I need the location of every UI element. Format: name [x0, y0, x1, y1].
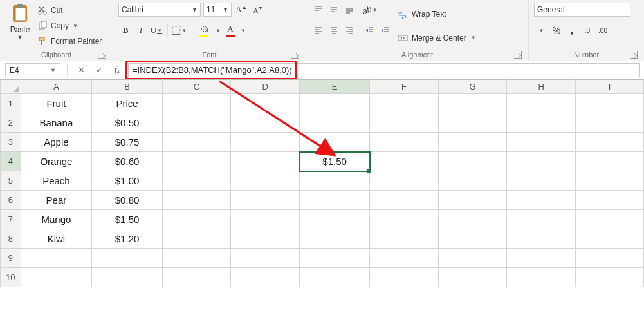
font-size-combo[interactable]: 11 ▼	[203, 3, 232, 17]
accounting-format-button[interactable]: ▼	[534, 23, 548, 37]
accept-formula-button[interactable]: ✓	[92, 63, 106, 77]
comma-button[interactable]: ,	[565, 23, 579, 37]
fill-color-button[interactable]	[194, 23, 214, 37]
row-header[interactable]: 10	[1, 268, 21, 287]
cell-I8[interactable]	[575, 229, 643, 249]
cell-B8[interactable]: $1.20	[92, 229, 162, 249]
cancel-formula-button[interactable]: ✕	[74, 63, 88, 77]
column-header[interactable]: B	[92, 80, 162, 94]
cell-A2[interactable]: Banana	[21, 113, 92, 133]
cell-E10[interactable]	[299, 268, 369, 287]
dialog-launcher-icon[interactable]	[291, 51, 299, 59]
cell-H4[interactable]	[507, 152, 576, 171]
align-middle-button[interactable]	[327, 3, 341, 17]
chevron-down-icon[interactable]: ▼	[73, 23, 78, 29]
cell-I7[interactable]	[575, 210, 643, 229]
cell-E8[interactable]	[299, 229, 369, 249]
cell-F8[interactable]	[370, 229, 438, 249]
cell-A7[interactable]: Mango	[21, 210, 92, 229]
cell-I1[interactable]	[575, 94, 643, 113]
cell-I4[interactable]	[575, 152, 643, 171]
cell-D4[interactable]	[231, 152, 300, 171]
wrap-text-button[interactable]: ab Wrap Text	[398, 7, 476, 21]
underline-button[interactable]: U▼	[149, 23, 163, 37]
cell-H3[interactable]	[507, 133, 576, 152]
font-color-button[interactable]: A	[222, 23, 239, 37]
cell-H10[interactable]	[507, 268, 576, 287]
cell-C7[interactable]	[162, 210, 231, 229]
align-left-button[interactable]	[311, 23, 326, 37]
row-header[interactable]: 3	[1, 133, 21, 152]
column-header[interactable]: A	[21, 80, 92, 94]
cell-E1[interactable]	[299, 94, 369, 113]
cell-G7[interactable]	[438, 210, 507, 229]
cut-button[interactable]: Cut	[37, 4, 102, 17]
cell-C8[interactable]	[162, 229, 231, 249]
cell-F7[interactable]	[370, 210, 438, 229]
dialog-launcher-icon[interactable]	[98, 51, 106, 59]
cell-A9[interactable]	[21, 249, 92, 268]
column-header[interactable]: F	[370, 80, 438, 94]
cell-B4[interactable]: $0.60	[92, 152, 162, 171]
cell-G9[interactable]	[438, 249, 507, 268]
cell-B2[interactable]: $0.50	[92, 113, 162, 133]
merge-center-button[interactable]: Merge & Center ▼	[398, 31, 476, 45]
column-header[interactable]: H	[507, 80, 576, 94]
cell-I9[interactable]	[575, 249, 643, 268]
cell-C2[interactable]	[162, 113, 231, 133]
cell-H9[interactable]	[507, 249, 576, 268]
chevron-down-icon[interactable]: ▼	[50, 67, 56, 73]
cell-H5[interactable]	[507, 171, 576, 191]
row-header[interactable]: 9	[1, 249, 21, 268]
cell-F2[interactable]	[370, 113, 438, 133]
cell-A8[interactable]: Kiwi	[21, 229, 92, 249]
cell-I3[interactable]	[575, 133, 643, 152]
percent-button[interactable]: %	[549, 23, 564, 37]
align-right-button[interactable]	[342, 23, 356, 37]
cell-H1[interactable]	[507, 94, 576, 113]
formula-input[interactable]: =INDEX(B2:B8,MATCH("Mango",A2:A8,0))	[128, 63, 640, 77]
chevron-down-icon[interactable]: ▼	[241, 28, 246, 34]
cell-D2[interactable]	[231, 113, 300, 133]
row-header[interactable]: 7	[1, 210, 21, 229]
insert-function-button[interactable]: fx	[110, 63, 124, 77]
column-header[interactable]: D	[231, 80, 300, 94]
cell-A6[interactable]: Pear	[21, 191, 92, 210]
align-center-button[interactable]	[327, 23, 341, 37]
chevron-down-icon[interactable]: ▼	[216, 28, 221, 34]
chevron-down-icon[interactable]: ▼	[373, 7, 378, 13]
decrease-font-button[interactable]: A▼	[251, 3, 265, 17]
cell-F5[interactable]	[370, 171, 438, 191]
cell-F9[interactable]	[370, 249, 438, 268]
cell-C4[interactable]	[162, 152, 231, 171]
cell-E4[interactable]: $1.50	[299, 152, 369, 171]
cell-H7[interactable]	[507, 210, 576, 229]
row-header[interactable]: 5	[1, 171, 21, 191]
cell-A3[interactable]: Apple	[21, 133, 92, 152]
dialog-launcher-icon[interactable]	[630, 51, 638, 59]
cell-D3[interactable]	[231, 133, 300, 152]
copy-button[interactable]: Copy ▼	[37, 19, 102, 32]
cell-A5[interactable]: Peach	[21, 171, 92, 191]
cell-I5[interactable]	[575, 171, 643, 191]
cell-C6[interactable]	[162, 191, 231, 210]
borders-button[interactable]: ▼	[172, 23, 186, 37]
format-painter-button[interactable]: Format Painter	[37, 35, 102, 48]
align-bottom-button[interactable]	[342, 3, 356, 17]
cell-G2[interactable]	[438, 113, 507, 133]
cell-B3[interactable]: $0.75	[92, 133, 162, 152]
cell-B6[interactable]: $0.80	[92, 191, 162, 210]
chevron-down-icon[interactable]: ▼	[539, 28, 544, 34]
cell-I2[interactable]	[575, 113, 643, 133]
row-header[interactable]: 4	[1, 152, 21, 171]
cell-A4[interactable]: Orange	[21, 152, 92, 171]
name-box[interactable]: E4 ▼	[5, 63, 60, 77]
increase-decimal-button[interactable]: .0	[580, 23, 594, 37]
dialog-launcher-icon[interactable]	[514, 51, 522, 59]
number-format-combo[interactable]: General	[534, 3, 630, 17]
cell-C10[interactable]	[162, 268, 231, 287]
cell-G1[interactable]	[438, 94, 507, 113]
chevron-down-icon[interactable]: ▼	[157, 28, 162, 34]
row-header[interactable]: 1	[1, 94, 21, 113]
cell-C1[interactable]	[162, 94, 231, 113]
